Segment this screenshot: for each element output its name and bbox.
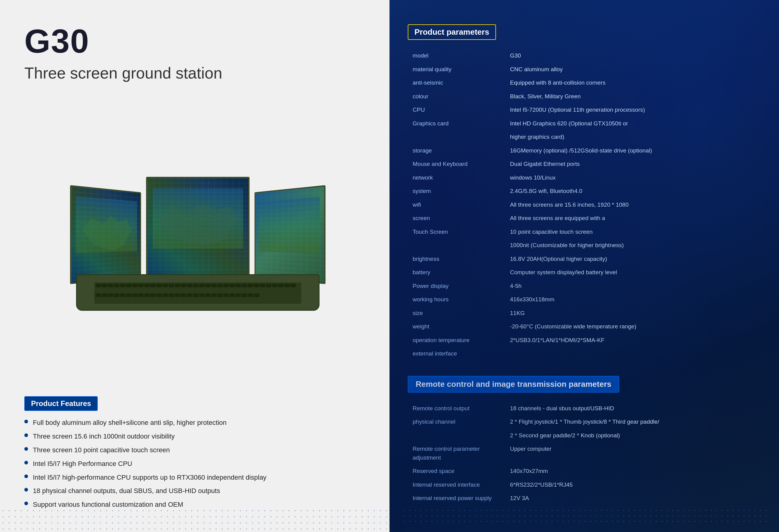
keyboard-key bbox=[144, 293, 150, 297]
keyboard-key bbox=[193, 284, 198, 287]
param-row: networkwindows 10/Linux bbox=[408, 171, 761, 185]
param-value: 1000nit (Customizable for higher brightn… bbox=[505, 239, 761, 252]
param-value: 4-5h bbox=[505, 279, 761, 293]
param-value: 16GMemory (optional) /512GSolid-state dr… bbox=[505, 144, 761, 158]
param-label: screen bbox=[408, 212, 505, 225]
param-value: 416x330x118mm bbox=[505, 293, 761, 306]
remote-param-label: Remote control parameter adjustment bbox=[408, 442, 505, 464]
keyboard-key bbox=[175, 284, 180, 287]
bullet-icon bbox=[24, 501, 28, 505]
param-row: Graphics cardIntel HD Graphics 620 (Opti… bbox=[408, 117, 761, 130]
screens-container bbox=[61, 165, 335, 280]
laptop-illustration: // We'll render via JS after load bbox=[61, 165, 335, 311]
param-row: brightness16.8V 20AH(Optional higher cap… bbox=[408, 252, 761, 266]
remote-param-row: Remote control output18 channels - dual … bbox=[408, 402, 761, 415]
param-label: material quality bbox=[408, 63, 505, 76]
product-title: G30 bbox=[24, 24, 371, 58]
remote-param-value: 18 channels - dual sbus output/USB-HID bbox=[505, 402, 761, 415]
remote-param-row: Internal reserved interface6*RS232/2*USB… bbox=[408, 478, 761, 492]
remote-param-row: Remote control parameter adjustmentUpper… bbox=[408, 442, 761, 464]
param-value: Dual Gigabit Ethernet ports bbox=[505, 157, 761, 171]
screen-center-map bbox=[147, 178, 248, 279]
keyboard-key bbox=[205, 284, 211, 287]
keyboard-key bbox=[199, 293, 204, 297]
param-value: G30 bbox=[505, 49, 761, 63]
laptop-keyboard: // We'll render via JS after load bbox=[94, 283, 301, 304]
keyboard-key bbox=[187, 293, 192, 297]
keyboard-key bbox=[126, 293, 131, 297]
param-value bbox=[505, 347, 761, 361]
param-label: Power display bbox=[408, 279, 505, 293]
param-value: Equipped with 8 anti-collision corners bbox=[505, 76, 761, 90]
bullet-icon bbox=[24, 447, 28, 451]
param-row: external interface bbox=[408, 347, 761, 361]
param-value: 2*USB3.0/1*LAN/1*HDMI/2*SMA-KF bbox=[505, 334, 761, 347]
remote-param-label: Reserved space bbox=[408, 464, 505, 478]
device-image: // We'll render via JS after load bbox=[24, 101, 371, 375]
feature-item: Three screen 10 point capacitive touch s… bbox=[24, 446, 371, 455]
param-value: Black, Silver, Military Green bbox=[505, 90, 761, 104]
bullet-icon bbox=[24, 420, 28, 423]
screen-left-map bbox=[71, 187, 140, 283]
param-label: CPU bbox=[408, 103, 505, 117]
right-panel: Product parameters modelG30material qual… bbox=[390, 0, 779, 532]
screen-right bbox=[254, 185, 325, 284]
param-row: anti-seismicEquipped with 8 anti-collisi… bbox=[408, 76, 761, 90]
keyboard-key bbox=[150, 293, 156, 297]
keyboard-key bbox=[229, 284, 235, 287]
keyboard-key bbox=[199, 284, 204, 287]
dot-pattern-right bbox=[402, 508, 767, 526]
param-row: storage16GMemory (optional) /512GSolid-s… bbox=[408, 144, 761, 158]
keyboard-key bbox=[169, 284, 174, 287]
keyboard-key bbox=[223, 293, 229, 297]
param-value: Computer system display/led battery leve… bbox=[505, 266, 761, 279]
keyboard-key bbox=[114, 284, 119, 287]
remote-param-label bbox=[408, 429, 505, 442]
param-value: windows 10/Linux bbox=[505, 171, 761, 185]
product-subtitle: Three screen ground station bbox=[24, 64, 371, 82]
remote-params-table: Remote control output18 channels - dual … bbox=[408, 402, 761, 505]
param-label: operation temperature bbox=[408, 334, 505, 347]
param-label bbox=[408, 239, 505, 252]
remote-param-value: 6*RS232/2*USB/1*RJ45 bbox=[505, 478, 761, 492]
keyboard-key bbox=[163, 293, 168, 297]
feature-item: Three screen 15.6 inch 1000nit outdoor v… bbox=[24, 432, 371, 441]
keyboard-key bbox=[217, 293, 223, 297]
screen-left-content bbox=[71, 187, 140, 283]
param-row: higher graphics card) bbox=[408, 130, 761, 144]
keyboard-key bbox=[132, 293, 137, 297]
keyboard-key bbox=[248, 284, 253, 287]
remote-param-row: 2 * Second gear paddle/2 * Knob (optiona… bbox=[408, 429, 761, 442]
feature-item: Full body aluminum alloy shell+silicone … bbox=[24, 418, 371, 428]
feature-item: Intel I5/I7 high-performance CPU support… bbox=[24, 473, 371, 482]
remote-param-label: physical channel bbox=[408, 415, 505, 429]
keyboard-key bbox=[260, 284, 265, 287]
keyboard-key bbox=[157, 284, 162, 287]
remote-param-value: 2 * Flight joystick/1 * Thumb joystick/8… bbox=[505, 415, 761, 429]
param-value: Intel I5-7200U (Optional 11th generation… bbox=[505, 103, 761, 117]
param-value: All three screens are 15.6 inches, 1920 … bbox=[505, 198, 761, 212]
remote-param-row: Internal reserved power supply12V 3A bbox=[408, 491, 761, 505]
param-label: model bbox=[408, 49, 505, 63]
keyboard-key bbox=[102, 293, 107, 297]
keyboard-key bbox=[157, 293, 162, 297]
param-label: weight bbox=[408, 320, 505, 334]
keyboard-key bbox=[217, 284, 223, 287]
param-label: Graphics card bbox=[408, 117, 505, 130]
features-badge: Product Features bbox=[24, 396, 98, 411]
keyboard-key bbox=[126, 284, 131, 287]
remote-param-label: Internal reserved interface bbox=[408, 478, 505, 492]
keyboard-key bbox=[163, 284, 168, 287]
remote-param-label: Remote control output bbox=[408, 402, 505, 415]
bullet-icon bbox=[24, 433, 28, 437]
keyboard-key bbox=[242, 284, 247, 287]
param-value: higher graphics card) bbox=[505, 130, 761, 144]
param-value: 16.8V 20AH(Optional higher capacity) bbox=[505, 252, 761, 266]
keyboard-key bbox=[278, 284, 284, 287]
left-panel: G30 Three screen ground station bbox=[0, 0, 390, 532]
keyboard-key bbox=[254, 284, 259, 287]
param-row: modelG30 bbox=[408, 49, 761, 63]
keyboard-key bbox=[242, 293, 247, 297]
keyboard-key bbox=[272, 284, 278, 287]
keyboard-key bbox=[108, 284, 113, 287]
